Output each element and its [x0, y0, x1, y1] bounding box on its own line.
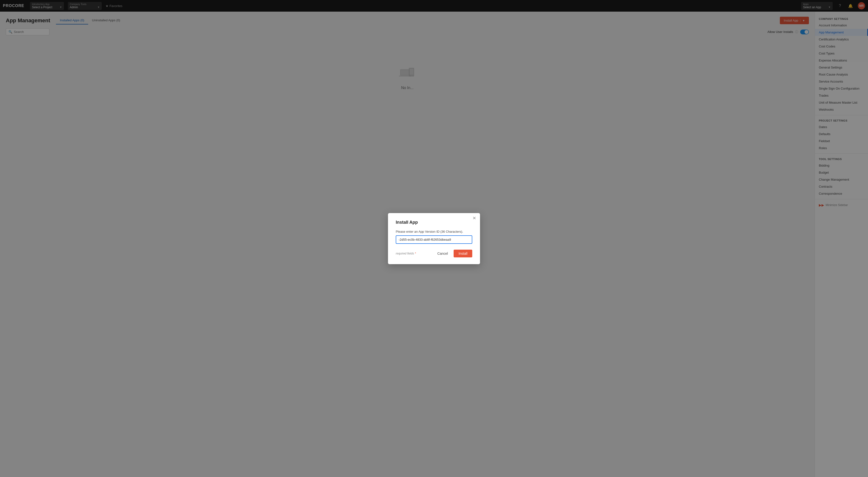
modal-title: Install App [396, 220, 472, 225]
cancel-button[interactable]: Cancel [434, 250, 451, 257]
modal-install-button[interactable]: Install [454, 250, 472, 257]
modal-footer: required fields * Cancel Install [396, 250, 472, 257]
modal-input-label: Please enter an App Version ID (36 Chara… [396, 230, 472, 233]
modal-overlay[interactable]: ✕ Install App Please enter an App Versio… [0, 0, 868, 477]
install-app-modal: ✕ Install App Please enter an App Versio… [388, 213, 480, 264]
modal-close-button[interactable]: ✕ [472, 216, 476, 220]
required-star: * [415, 252, 416, 255]
required-fields-label: required fields * [396, 252, 432, 255]
app-version-id-input[interactable] [396, 235, 472, 244]
